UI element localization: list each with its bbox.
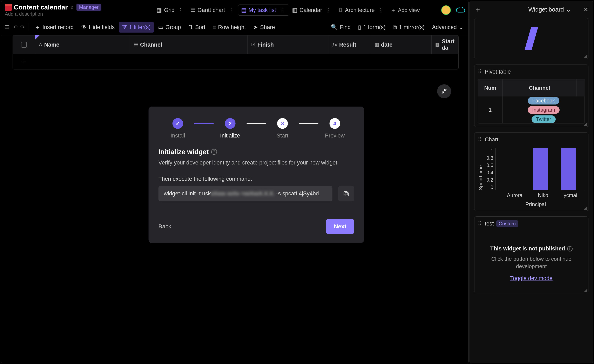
resize-handle-icon[interactable] <box>584 54 587 58</box>
pivot-header-channel[interactable]: Channel <box>503 79 576 96</box>
undo-icon[interactable]: ↶ <box>13 24 18 31</box>
column-channel[interactable]: ☰ Channel <box>130 35 248 54</box>
view-tab-grid[interactable]: ▦ Grid ⋮ <box>154 5 188 15</box>
add-view-label: Add view <box>398 7 420 13</box>
initialize-widget-dialog: ✓ Install 2 Initialize 3 Start 4 Preview <box>148 107 364 243</box>
next-button[interactable]: Next <box>326 219 354 234</box>
tb-label: Advanced <box>432 24 457 31</box>
find-button[interactable]: 🔍 Find <box>328 22 354 33</box>
slash-icon <box>525 27 538 50</box>
drag-handle-icon[interactable]: ⠿ <box>478 68 482 75</box>
step-label: Start <box>277 133 288 139</box>
y-ticks: 1 0.8 0.6 0.4 0.2 0 <box>486 148 495 190</box>
menu-icon[interactable]: ☰ <box>3 22 11 32</box>
tb-label: 1 filter(s) <box>129 24 151 31</box>
test-sub: Click the button below to continue devel… <box>484 255 579 270</box>
resize-handle-icon[interactable] <box>584 289 587 292</box>
more-icon[interactable]: ⋮ <box>377 7 385 13</box>
pivot-cell-channels: Facebook Instagram Twitter <box>503 96 585 123</box>
dialog-title: Initialize widget <box>158 148 209 156</box>
page-title[interactable]: Content calendar <box>14 4 68 11</box>
x-axis-label: Principal <box>486 201 585 208</box>
hide-fields-button[interactable]: 👁 Hide fields <box>78 22 118 33</box>
advanced-button[interactable]: Advanced ⌄ <box>429 22 467 33</box>
bar-ycmai <box>561 148 576 190</box>
avatar[interactable] <box>441 5 451 15</box>
column-result[interactable]: ƒx Result <box>328 35 371 54</box>
sync-cloud-icon[interactable] <box>456 7 465 13</box>
resize-handle-icon[interactable] <box>584 122 587 126</box>
wp-title-label: Widget board <box>528 6 564 13</box>
tb-label: Find <box>340 24 351 31</box>
step-number: 2 <box>225 118 236 129</box>
command-box[interactable]: widget-cli init -t uskxXxxx xxXx =xxXxxX… <box>158 186 332 201</box>
role-badge[interactable]: Manager <box>76 4 101 11</box>
widget-preview-card[interactable] <box>474 18 588 59</box>
drag-handle-icon[interactable]: ⠿ <box>478 220 482 227</box>
sort-button[interactable]: ⇅ Sort <box>185 22 209 33</box>
test-heading-text: This widget is not published <box>490 245 565 252</box>
back-button[interactable]: Back <box>158 223 171 230</box>
add-widget-button[interactable]: ＋ <box>474 5 481 14</box>
date-icon: ▦ <box>375 42 379 47</box>
svg-rect-0 <box>345 193 348 196</box>
add-view-button[interactable]: ＋ Add view <box>388 5 423 16</box>
filter-button[interactable]: ⧩ 1 filter(s) <box>119 22 154 33</box>
x-tick: Niko <box>538 192 548 198</box>
x-tick: Aurora <box>507 192 522 198</box>
toggle-dev-mode-link[interactable]: Toggle dev mode <box>510 275 553 282</box>
forms-button[interactable]: ▯ 1 form(s) <box>355 22 389 33</box>
row-height-button[interactable]: ≡ Row height <box>209 22 249 33</box>
pivot-header-num[interactable]: Num <box>478 79 503 96</box>
drag-handle-icon[interactable]: ⠿ <box>478 136 482 143</box>
column-finish[interactable]: ☑ Finish <box>248 35 329 54</box>
more-icon[interactable]: ⋮ <box>177 7 185 13</box>
tb-label: Share <box>260 24 275 31</box>
checkbox-field-icon: ☑ <box>251 42 255 47</box>
channel-chip: Facebook <box>528 97 560 105</box>
column-label: Name <box>44 42 59 48</box>
copy-button[interactable] <box>338 186 354 201</box>
svg-rect-1 <box>344 191 347 195</box>
grid-body: ＋ <box>13 54 459 69</box>
collapse-dialog-button[interactable] <box>437 84 451 98</box>
more-icon[interactable]: ⋮ <box>278 7 286 13</box>
pivot-table-card[interactable]: ⠿ Pivot table Num Channel 1 Facebook Ins… <box>474 65 588 127</box>
command-text: -s spcatL4jSy4bd <box>275 190 319 197</box>
channel-chip: Twitter <box>532 115 556 123</box>
info-icon[interactable]: i <box>567 246 573 251</box>
column-name[interactable]: A Name <box>35 35 130 54</box>
step-label: Preview <box>325 133 345 139</box>
view-tab-calendar[interactable]: ▥ Calendar ⋮ <box>289 5 335 15</box>
help-icon[interactable]: ? <box>211 149 217 155</box>
group-button[interactable]: ▭ Group <box>155 22 184 33</box>
redo-icon[interactable]: ↷ <box>20 24 25 31</box>
description-placeholder[interactable]: Add a description <box>5 11 101 17</box>
star-icon[interactable]: ☆ <box>70 4 74 11</box>
checkbox-icon[interactable] <box>21 42 27 48</box>
insert-record-button[interactable]: ＋ Insert record <box>32 21 77 33</box>
mirrors-button[interactable]: ⧉ 1 mirror(s) <box>390 22 428 33</box>
resize-handle-icon[interactable] <box>584 206 587 210</box>
add-row-button[interactable]: ＋ <box>13 54 35 69</box>
share-button[interactable]: ➤ Share <box>250 22 278 33</box>
test-widget-card[interactable]: ⠿ test Custom This widget is not publish… <box>474 216 588 293</box>
bars-zone <box>495 148 585 190</box>
chevron-down-icon: ⌄ <box>566 6 571 13</box>
close-panel-button[interactable]: ✕ <box>583 6 588 13</box>
custom-badge: Custom <box>496 220 518 227</box>
view-tab-gantt[interactable]: ☰ Gantt chart ⋮ <box>188 5 238 15</box>
widget-panel-title[interactable]: Widget board ⌄ <box>528 6 571 13</box>
more-icon[interactable]: ⋮ <box>227 7 235 13</box>
view-tab-mytask[interactable]: ▤ My task list ⋮ <box>238 5 289 16</box>
select-all-cell[interactable] <box>13 35 35 54</box>
column-date[interactable]: ▦ date <box>371 35 432 54</box>
y-tick: 1 <box>491 148 493 154</box>
column-label: Start da <box>442 38 454 51</box>
column-start-date[interactable]: ▦ Start da <box>432 35 458 54</box>
chart-card[interactable]: ⠿ Chart Spend time 1 0.8 0.6 0.4 0.2 <box>474 132 588 211</box>
view-tab-architecture[interactable]: ♖ Architecture ⋮ <box>335 5 388 15</box>
more-icon[interactable]: ⋮ <box>324 7 332 13</box>
column-label: Channel <box>140 42 162 48</box>
tb-label: Hide fields <box>89 24 115 31</box>
